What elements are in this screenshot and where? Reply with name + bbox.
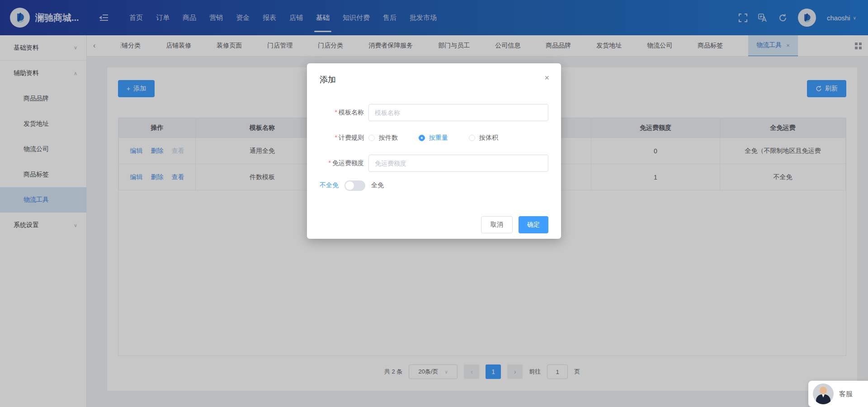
label-text: 模板名称 xyxy=(339,109,364,116)
customer-service-label: 客服 xyxy=(839,390,853,398)
radio-by-count[interactable]: 按件数 xyxy=(368,134,398,142)
template-name-row: *模板名称 xyxy=(320,104,548,121)
required-asterisk: * xyxy=(329,159,331,166)
template-name-input[interactable] xyxy=(368,104,548,121)
radio-icon xyxy=(368,135,375,141)
radio-label: 按体积 xyxy=(479,134,498,142)
toggle-on-label: 全免 xyxy=(371,181,384,189)
avatar-collar xyxy=(822,394,825,398)
radio-by-weight[interactable]: 按重量 xyxy=(419,134,448,142)
billing-rule-row: *计费规则 按件数 按重量 按体积 xyxy=(320,129,548,147)
toggle-off-label: 不全免 xyxy=(320,181,339,189)
avatar-face xyxy=(820,387,827,394)
radio-selected-icon xyxy=(419,135,425,141)
required-asterisk: * xyxy=(335,109,337,116)
billing-rule-radio-group: 按件数 按重量 按体积 xyxy=(368,134,498,142)
dialog-body: *模板名称 *计费规则 按件数 按重量 按体积 xyxy=(320,104,548,233)
billing-rule-label: *计费规则 xyxy=(320,134,368,142)
template-name-label: *模板名称 xyxy=(320,109,368,117)
close-icon[interactable]: × xyxy=(544,73,549,83)
cancel-button[interactable]: 取消 xyxy=(481,216,513,233)
radio-by-volume[interactable]: 按体积 xyxy=(469,134,498,142)
radio-icon xyxy=(469,135,475,141)
label-text: 免运费额度 xyxy=(332,159,364,166)
radio-label: 按件数 xyxy=(379,134,398,142)
add-dialog: 添加 × *模板名称 *计费规则 按件数 按重量 xyxy=(307,63,561,239)
free-quota-label: *免运费额度 xyxy=(320,159,368,167)
free-quota-input[interactable] xyxy=(368,155,548,172)
dialog-title: 添加 xyxy=(320,74,548,85)
free-quota-row: *免运费额度 xyxy=(320,155,548,172)
customer-service-widget[interactable]: 客服 xyxy=(808,381,868,407)
required-asterisk: * xyxy=(335,134,337,141)
radio-label: 按重量 xyxy=(429,134,448,142)
dialog-footer: 取消 确定 xyxy=(320,216,548,233)
free-shipping-toggle-row: 不全免 全免 xyxy=(320,180,548,191)
label-text: 计费规则 xyxy=(339,134,364,141)
free-shipping-switch[interactable] xyxy=(344,180,365,191)
customer-service-avatar xyxy=(813,383,834,404)
confirm-button[interactable]: 确定 xyxy=(519,216,548,233)
